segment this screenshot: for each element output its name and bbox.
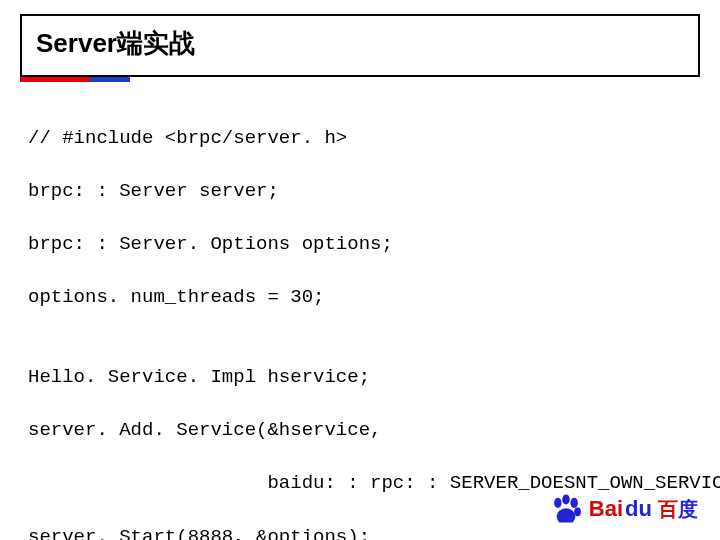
code-line: brpc: : Server server; <box>28 178 692 205</box>
code-line: // #include <brpc/server. h> <box>28 125 692 152</box>
svg-point-2 <box>570 498 577 508</box>
baidu-paw-icon <box>549 492 583 526</box>
baidu-logo-text: Baidu 百度 <box>589 496 698 523</box>
svg-point-0 <box>554 498 561 508</box>
title-container: Server端实战 <box>20 14 700 77</box>
code-line: Hello. Service. Impl hservice; <box>28 364 692 391</box>
code-line: options. num_threads = 30; <box>28 284 692 311</box>
slide-title: Server端实战 <box>36 26 684 61</box>
baidu-logo: Baidu 百度 <box>549 492 698 526</box>
logo-cn-1: 百 <box>658 498 678 520</box>
svg-point-1 <box>562 494 569 504</box>
code-line: server. Add. Service(&hservice, <box>28 417 692 444</box>
logo-cn: 百度 <box>658 496 698 523</box>
logo-du: du <box>625 496 652 522</box>
code-block: // #include <brpc/server. h> brpc: : Ser… <box>28 98 692 540</box>
logo-cn-2: 度 <box>678 498 698 520</box>
logo-bai: Bai <box>589 496 623 522</box>
code-line: brpc: : Server. Options options; <box>28 231 692 258</box>
